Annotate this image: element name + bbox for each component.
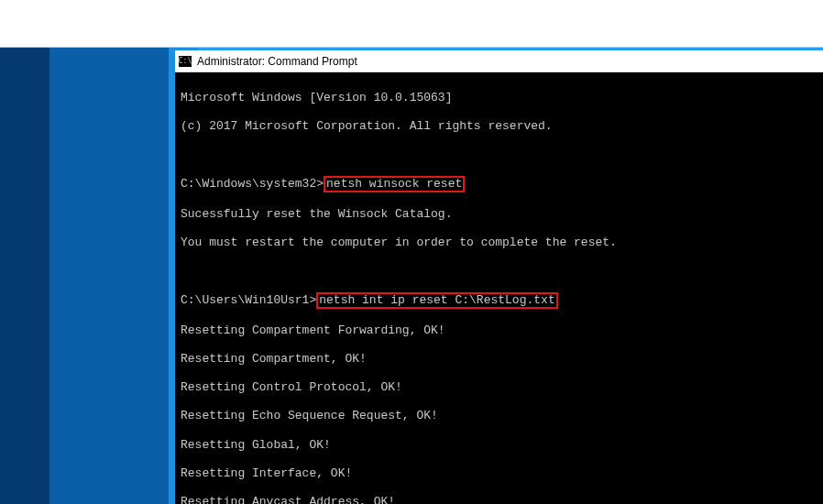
term-line: (c) 2017 Microsoft Corporation. All righ… (181, 119, 818, 134)
term-line: Resetting Echo Sequence Request, OK! (181, 409, 818, 423)
term-line: You must restart the computer in order t… (181, 236, 818, 250)
window-title: Administrator: Command Prompt (197, 55, 357, 68)
terminal-output[interactable]: Microsoft Windows [Version 10.0.15063] (… (175, 72, 823, 504)
term-line: Resetting Global, OK! (181, 438, 818, 453)
prompt-path: C:\Users\Win10Usr1> (181, 293, 316, 307)
term-line: Resetting Anycast Address, OK! (181, 495, 818, 504)
term-line: Resetting Compartment, OK! (181, 352, 818, 367)
highlighted-command: netsh int ip reset C:\RestLog.txt (316, 292, 557, 309)
window-titlebar[interactable]: C:\ Administrator: Command Prompt (175, 50, 823, 72)
cmd-icon: C:\ (179, 56, 192, 67)
term-prompt-line: C:\Users\Win10Usr1>netsh int ip reset C:… (181, 292, 818, 309)
term-blank (181, 148, 818, 162)
term-line: Resetting Compartment Forwarding, OK! (181, 323, 818, 338)
term-line: Resetting Control Protocol, OK! (181, 380, 818, 395)
term-prompt-line: C:\Windows\system32>netsh winsock reset (181, 176, 818, 192)
prompt-path: C:\Windows\system32> (181, 177, 324, 191)
highlighted-command: netsh winsock reset (324, 176, 465, 192)
term-line: Microsoft Windows [Version 10.0.15063] (181, 91, 818, 105)
browser-top-bar (0, 0, 823, 48)
term-line: Sucessfully reset the Winsock Catalog. (181, 207, 818, 222)
term-line: Resetting Interface, OK! (181, 466, 818, 481)
command-prompt-window: C:\ Administrator: Command Prompt Micros… (175, 50, 823, 504)
term-blank (181, 264, 818, 279)
